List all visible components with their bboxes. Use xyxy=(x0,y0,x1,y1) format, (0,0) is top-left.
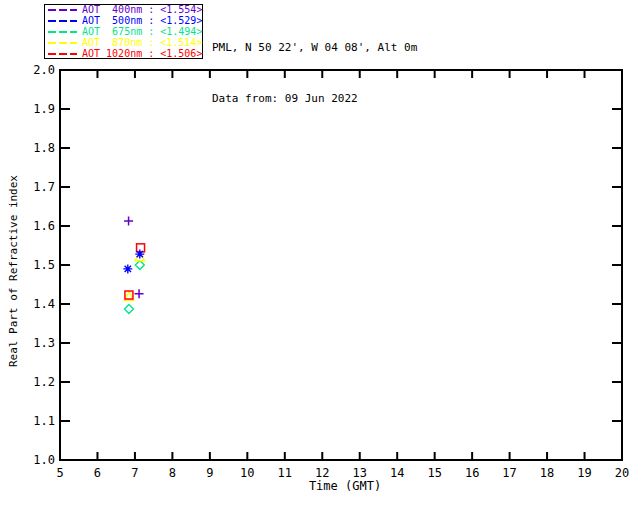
y-tick-label: 1.1 xyxy=(33,414,55,428)
legend-dash-line xyxy=(48,20,77,22)
data-point-asterisk xyxy=(135,250,144,259)
legend-item-label: AOT 400nm : <1.554> xyxy=(82,4,202,15)
legend-item: AOT 1020nm : <1.506> xyxy=(48,48,202,59)
y-tick-label: 1.9 xyxy=(33,102,55,116)
y-tick-label: 1.3 xyxy=(33,336,55,350)
plot-canvas: 5678910111213141516171819201.01.11.21.31… xyxy=(0,0,640,512)
data-point-asterisk xyxy=(123,264,132,273)
legend-box: AOT 400nm : <1.554>AOT 500nm : <1.529>AO… xyxy=(44,4,203,59)
x-tick-label: 14 xyxy=(390,466,404,480)
x-axis-title: Time (GMT) xyxy=(280,479,410,493)
legend-dash-line xyxy=(48,53,77,55)
legend-dash-line xyxy=(48,9,77,11)
x-tick-label: 6 xyxy=(94,466,101,480)
legend-item-label: AOT 500nm : <1.529> xyxy=(82,15,202,26)
legend-item: AOT 400nm : <1.554> xyxy=(48,4,202,15)
x-tick-label: 16 xyxy=(465,466,479,480)
x-tick-label: 9 xyxy=(206,466,213,480)
y-axis-title: Real Part of Refractive index xyxy=(7,175,20,367)
x-tick-label: 13 xyxy=(353,466,367,480)
site-location-text: PML, N 50 22', W 04 08', Alt 0m xyxy=(212,39,417,56)
legend-dash-line xyxy=(48,31,77,33)
legend-item-label: AOT 870nm : <1.514> xyxy=(82,37,202,48)
legend-item-label: AOT 675nm : <1.494> xyxy=(82,26,202,37)
x-tick-label: 10 xyxy=(240,466,254,480)
y-tick-label: 2.0 xyxy=(33,63,55,77)
x-tick-label: 15 xyxy=(427,466,441,480)
y-tick-label: 1.6 xyxy=(33,219,55,233)
x-tick-label: 8 xyxy=(169,466,176,480)
x-tick-label: 12 xyxy=(315,466,329,480)
data-point-plus xyxy=(135,289,144,298)
x-tick-label: 17 xyxy=(502,466,516,480)
x-tick-label: 18 xyxy=(540,466,554,480)
legend-item-label: AOT 1020nm : <1.506> xyxy=(82,48,202,59)
y-tick-label: 1.2 xyxy=(33,375,55,389)
data-date-text: Data from: 09 Jun 2022 xyxy=(212,90,417,107)
legend-item: AOT 675nm : <1.494> xyxy=(48,26,202,37)
header-block: PML, N 50 22', W 04 08', Alt 0m Data fro… xyxy=(212,5,417,141)
x-tick-label: 19 xyxy=(577,466,591,480)
data-point-plus xyxy=(124,216,133,225)
y-tick-label: 1.8 xyxy=(33,141,55,155)
x-tick-label: 20 xyxy=(615,466,629,480)
x-tick-label: 11 xyxy=(278,466,292,480)
x-tick-label: 5 xyxy=(56,466,63,480)
legend-item: AOT 500nm : <1.529> xyxy=(48,15,202,26)
data-point-diamond xyxy=(124,305,133,314)
x-tick-label: 7 xyxy=(131,466,138,480)
y-tick-label: 1.7 xyxy=(33,180,55,194)
data-point-diamond xyxy=(135,261,144,270)
y-tick-label: 1.5 xyxy=(33,258,55,272)
y-tick-label: 1.4 xyxy=(33,297,55,311)
y-tick-label: 1.0 xyxy=(33,453,55,467)
data-point-square xyxy=(137,244,145,252)
legend-dash-line xyxy=(48,42,77,44)
legend-item: AOT 870nm : <1.514> xyxy=(48,37,202,48)
